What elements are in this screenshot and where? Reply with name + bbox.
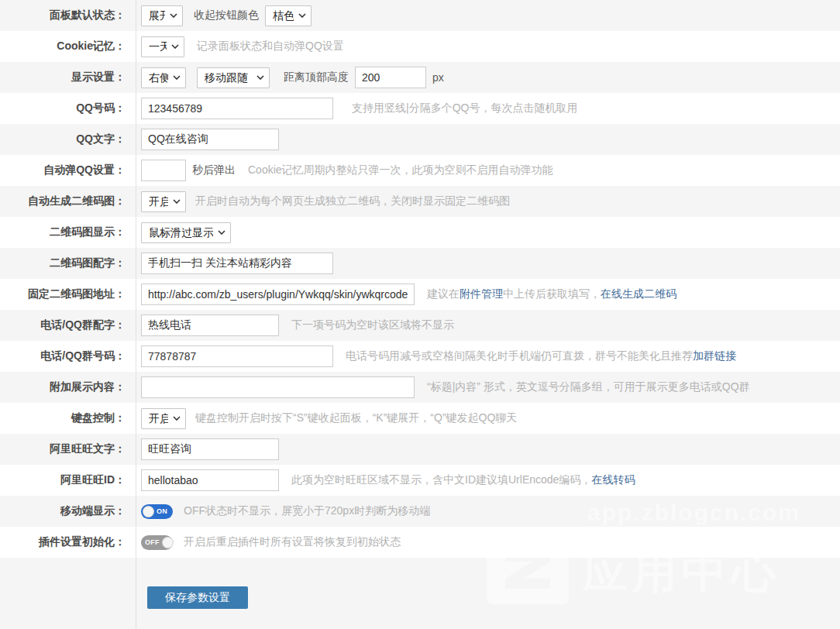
field-label: Cookie记忆： <box>0 40 136 53</box>
collapse-button-color-select[interactable]: 桔色 <box>265 5 312 26</box>
field-label: 键盘控制： <box>0 411 136 425</box>
row-phone-number: 电话/QQ群号码： 电话号码用减号或空格间隔美化时手机端仍可直拨，群号不能美化且… <box>0 341 840 372</box>
hint-text: 此项为空时旺旺区域不显示，含中文ID建议填UrlEncode编码， <box>291 473 591 487</box>
field-label: 附加展示内容： <box>0 380 136 394</box>
qq-text-input[interactable] <box>141 129 279 150</box>
online-encode-link[interactable]: 在线转码 <box>591 473 635 487</box>
row-keyboard-control: 键盘控制： 开启 键盘控制开启时按下“S”键收起面板，“K”键展开，“Q”键发起… <box>0 403 840 434</box>
field-label: 电话/QQ群配字： <box>0 318 136 332</box>
hint-text: 下一项号码为空时该区域将不显示 <box>291 318 454 332</box>
row-qq-number: QQ号码： 支持用竖线|分隔多个QQ号，每次点击随机取用 <box>0 93 840 124</box>
auto-qrcode-select[interactable]: 开启 <box>141 191 186 212</box>
toggle-state-label: ON <box>154 507 170 515</box>
row-display-settings: 显示设置： 右侧 移动跟随 距离顶部高度 px <box>0 62 840 93</box>
join-group-link[interactable]: 加群链接 <box>693 349 736 363</box>
wangwang-id-input[interactable] <box>141 469 279 491</box>
hint-text: 支持用竖线|分隔多个QQ号，每次点击随机取用 <box>352 101 577 115</box>
attachment-manage-link[interactable]: 附件管理 <box>460 287 503 301</box>
field-label: 自动弹QQ设置： <box>0 163 136 177</box>
row-cookie-memory: Cookie记忆： 一天 记录面板状态和自动弹QQ设置 <box>0 31 840 62</box>
field-label: 自动生成二维码图： <box>0 194 136 208</box>
field-label: 移动端显示： <box>0 504 136 518</box>
hint-text: 开启后重启插件时所有设置将恢复到初始状态 <box>184 535 401 549</box>
field-label: QQ文字： <box>0 132 136 146</box>
generate-qrcode-link[interactable]: 在线生成二维码 <box>601 287 676 301</box>
hint-text: 中上传后获取填写， <box>503 287 601 301</box>
hint-text: 建议在 <box>427 287 460 301</box>
cookie-memory-select[interactable]: 一天 <box>141 36 184 57</box>
row-plugin-reset: 插件设置初始化： OFF 开启后重启插件时所有设置将恢复到初始状态 <box>0 527 840 558</box>
field-label: 阿里旺旺ID： <box>0 473 136 487</box>
field-label: 阿里旺旺文字： <box>0 442 136 456</box>
phone-caption-input[interactable] <box>141 314 279 336</box>
wangwang-text-input[interactable] <box>141 438 279 460</box>
qrcode-display-select[interactable]: 鼠标滑过显示 <box>141 222 231 243</box>
row-extra-content: 附加展示内容： “标题|内容” 形式，英文逗号分隔多组，可用于展示更多电话或QQ… <box>0 372 840 403</box>
top-offset-input[interactable] <box>355 67 426 88</box>
row-wangwang-text: 阿里旺旺文字： <box>0 434 840 465</box>
hint-text: OFF状态时不显示，屏宽小于720px时判断为移动端 <box>184 504 430 518</box>
field-label: QQ号码： <box>0 101 136 115</box>
collapse-button-color-label: 收起按钮颜色 <box>194 9 259 22</box>
row-auto-popup: 自动弹QQ设置： 秒后弹出 Cookie记忆周期内整站只弹一次，此项为空则不启用… <box>0 155 840 186</box>
toggle-knob <box>162 537 174 548</box>
auto-popup-seconds-input[interactable] <box>141 160 186 181</box>
field-label: 电话/QQ群号码： <box>0 349 136 363</box>
extra-content-input[interactable] <box>141 376 415 398</box>
position-select[interactable]: 右侧 <box>141 67 186 88</box>
hint-text: Cookie记忆周期内整站只弹一次，此项为空则不启用自动弹功能 <box>248 163 553 177</box>
row-qq-text: QQ文字： <box>0 124 840 155</box>
mobile-display-toggle[interactable]: ON <box>141 504 173 519</box>
toggle-knob <box>143 506 154 517</box>
field-label: 二维码图显示： <box>0 225 136 239</box>
qq-number-input[interactable] <box>141 98 333 119</box>
seconds-popup-label: 秒后弹出 <box>192 163 236 177</box>
unit-label: px <box>432 71 444 84</box>
mobile-follow-select[interactable]: 移动跟随 <box>197 67 270 88</box>
hint-text: “标题|内容” 形式，英文逗号分隔多组，可用于展示更多电话或QQ群 <box>427 380 750 394</box>
label-column-divider <box>136 0 136 629</box>
field-label: 固定二维码图地址： <box>0 287 136 301</box>
field-label: 面板默认状态： <box>0 9 136 22</box>
row-mobile-display: 移动端显示： ON OFF状态时不显示，屏宽小于720px时判断为移动端 <box>0 496 840 527</box>
keyboard-control-select[interactable]: 开启 <box>141 408 186 429</box>
fixed-qrcode-url-input[interactable] <box>141 284 415 305</box>
save-section: 保存参数设置 <box>0 558 840 629</box>
row-qrcode-display: 二维码图显示： 鼠标滑过显示 <box>0 217 840 248</box>
field-label: 插件设置初始化： <box>0 535 136 549</box>
hint-text: 电话号码用减号或空格间隔美化时手机端仍可直拨，群号不能美化且推荐 <box>346 349 693 363</box>
top-offset-label: 距离顶部高度 <box>284 70 349 84</box>
row-fixed-qrcode-url: 固定二维码图地址： 建议在 附件管理 中上传后获取填写， 在线生成二维码 <box>0 279 840 310</box>
panel-default-state-select[interactable]: 展开 <box>141 5 183 26</box>
row-auto-qrcode: 自动生成二维码图： 开启 开启时自动为每个网页生成独立二维码，关闭时显示固定二维… <box>0 186 840 217</box>
hint-text: 键盘控制开启时按下“S”键收起面板，“K”键展开，“Q”键发起QQ聊天 <box>195 411 517 425</box>
phone-number-input[interactable] <box>141 345 333 367</box>
save-button[interactable]: 保存参数设置 <box>147 586 248 609</box>
hint-text: 记录面板状态和自动弹QQ设置 <box>197 40 344 53</box>
row-panel-default-state: 面板默认状态： 展开 收起按钮颜色 桔色 <box>0 0 840 31</box>
row-wangwang-id: 阿里旺旺ID： 此项为空时旺旺区域不显示，含中文ID建议填UrlEncode编码… <box>0 465 840 496</box>
row-phone-caption: 电话/QQ群配字： 下一项号码为空时该区域将不显示 <box>0 310 840 341</box>
plugin-settings-form: 面板默认状态： 展开 收起按钮颜色 桔色 Cookie记忆： 一天 记录面板状态… <box>0 0 840 629</box>
toggle-state-label: OFF <box>143 538 162 546</box>
hint-text: 开启时自动为每个网页生成独立二维码，关闭时显示固定二维码图 <box>195 194 510 208</box>
plugin-reset-toggle[interactable]: OFF <box>141 535 173 550</box>
qrcode-caption-input[interactable] <box>141 253 333 274</box>
row-qrcode-caption: 二维码图配字： <box>0 248 840 279</box>
field-label: 二维码图配字： <box>0 256 136 270</box>
field-label: 显示设置： <box>0 70 136 84</box>
